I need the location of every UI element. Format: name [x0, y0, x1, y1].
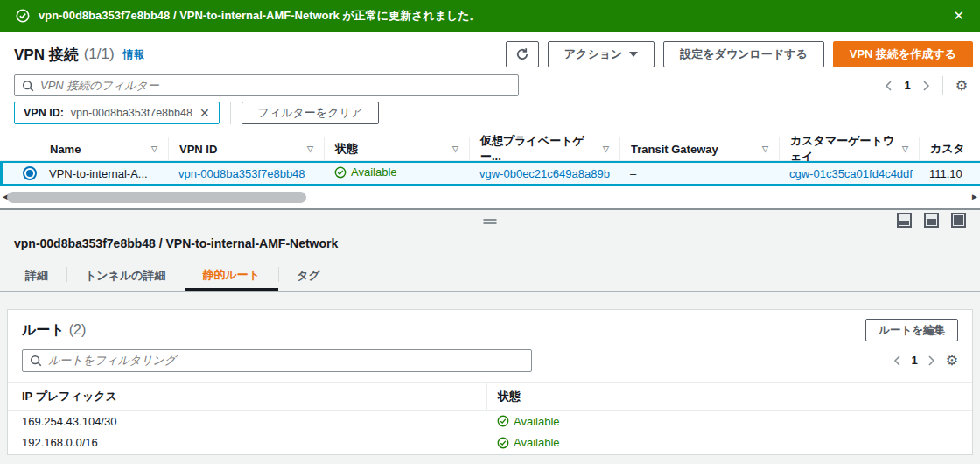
routes-card: ルート (2) ルートを編集 1 ⚙	[7, 309, 973, 455]
route-prefix: 169.254.43.104/30	[8, 415, 486, 428]
status-available-icon	[334, 166, 346, 179]
cell-customer-addr: 111.10	[919, 167, 980, 180]
routes-filter-box	[22, 349, 532, 372]
actions-button[interactable]: アクション	[548, 41, 655, 67]
filter-chip-remove-icon[interactable]: ✕	[200, 106, 210, 120]
panel-layout-buttons	[897, 213, 966, 228]
layout-bottom-half-icon[interactable]	[924, 213, 939, 228]
vpn-table-header: Name▽ VPN ID▽ 状態▽ 仮想プライベートゲー...▽ Transit…	[0, 137, 980, 161]
column-state[interactable]: 状態▽	[324, 137, 469, 160]
create-vpn-button[interactable]: VPN 接続を作成する	[833, 41, 973, 67]
routes-filter-row: 1 ⚙	[8, 348, 972, 372]
vpn-filter-box	[14, 74, 519, 96]
download-config-button[interactable]: 設定をダウンロードする	[663, 41, 823, 67]
panel-drag-handle-icon[interactable]	[484, 217, 497, 226]
column-state: 状態	[486, 383, 972, 410]
column-cgw[interactable]: カスタマーゲートウェイ▽	[779, 137, 919, 160]
sort-icon[interactable]: ▽	[895, 144, 908, 153]
page-number[interactable]: 1	[911, 354, 917, 367]
sort-icon[interactable]: ▽	[144, 144, 158, 153]
search-icon	[30, 355, 42, 367]
filter-chip-label: VPN ID:	[24, 107, 64, 119]
routes-table: IP プレフィックス 状態 169.254.43.104/30 Availabl…	[8, 382, 972, 453]
search-icon	[22, 80, 34, 92]
state-available: Available	[334, 165, 397, 179]
page-prev-icon[interactable]	[893, 355, 900, 366]
chevron-down-icon	[629, 52, 638, 57]
route-state: Available	[497, 415, 560, 428]
refresh-button[interactable]	[506, 41, 539, 67]
routes-count: (2)	[69, 322, 87, 338]
preferences-gear-icon[interactable]: ⚙	[956, 79, 968, 93]
routes-filter-input[interactable]	[48, 354, 524, 367]
column-tgw[interactable]: Transit Gateway▽	[620, 137, 779, 160]
tab-tunnel-details[interactable]: トンネルの詳細	[66, 261, 185, 291]
scrollbar-thumb[interactable]	[7, 192, 306, 203]
vpn-connections-section: VPN 接続 (1/1) 情報 アクション 設定をダウンロードする VPN 接続…	[0, 32, 980, 208]
page-title: VPN 接続	[14, 45, 79, 65]
vpn-id-link[interactable]: vpn-00d8ba353f7e8bb48	[178, 167, 305, 180]
clear-filters-button[interactable]: フィルターをクリア	[242, 102, 379, 124]
filter-chip: VPN ID: vpn-00d8ba353f7e8bb48 ✕	[14, 102, 220, 124]
status-available-icon	[497, 437, 509, 449]
cgw-link[interactable]: cgw-01c35ca01fd4c4ddf	[789, 167, 913, 180]
page-next-icon[interactable]	[928, 355, 935, 366]
cell-tgw: –	[620, 167, 779, 180]
banner-close-icon[interactable]: ✕	[953, 8, 964, 24]
column-name[interactable]: Name▽	[38, 137, 168, 160]
column-vgw[interactable]: 仮想プライベートゲー...▽	[469, 137, 620, 160]
success-banner: vpn-00d8ba353f7e8bb48 / VPN-to-internal-…	[0, 0, 980, 32]
page-count: (1/1)	[84, 46, 115, 63]
layout-bottom-small-icon[interactable]	[897, 213, 912, 228]
page-header: VPN 接続 (1/1) 情報 アクション 設定をダウンロードする VPN 接続…	[14, 40, 973, 68]
page-number[interactable]: 1	[904, 79, 910, 92]
banner-message: vpn-00d8ba353f7e8bb48 / VPN-to-internal-…	[38, 8, 481, 24]
layout-full-icon[interactable]	[951, 213, 966, 228]
tab-static-routes[interactable]: 静的ルート	[185, 261, 279, 291]
sort-icon[interactable]: ▽	[596, 144, 609, 153]
divider	[230, 102, 231, 124]
edit-routes-button[interactable]: ルートを編集	[865, 319, 958, 341]
scroll-right-icon[interactable]: ►	[970, 192, 979, 201]
status-available-icon	[497, 415, 509, 427]
routes-header: ルート (2) ルートを編集	[8, 310, 972, 348]
cell-name: VPN-to-internal-A...	[38, 167, 168, 180]
row-radio-selected[interactable]	[23, 166, 37, 180]
detail-title: vpn-00d8ba353f7e8bb48 / VPN-to-internal-…	[14, 236, 338, 250]
routes-pagination: 1 ⚙	[893, 354, 958, 368]
route-state: Available	[497, 436, 560, 449]
detail-tabs: 詳細 トンネルの詳細 静的ルート タグ	[0, 261, 980, 292]
sort-icon[interactable]: ▽	[300, 144, 313, 153]
filter-chip-value: vpn-00d8ba353f7e8bb48	[71, 107, 192, 119]
routes-table-header: IP プレフィックス 状態	[8, 382, 972, 411]
tab-details[interactable]: 詳細	[7, 261, 66, 291]
active-filters: VPN ID: vpn-00d8ba353f7e8bb48 ✕ フィルターをクリ…	[14, 102, 379, 124]
vpn-filter-input[interactable]	[40, 79, 511, 92]
page-prev-icon[interactable]	[885, 81, 892, 91]
vpn-pagination: 1 ⚙	[885, 74, 968, 96]
divider	[942, 76, 943, 95]
vgw-link[interactable]: vgw-0b0ec21c649a8a89b	[480, 167, 610, 180]
page-next-icon[interactable]	[923, 81, 930, 91]
preferences-gear-icon[interactable]: ⚙	[946, 354, 958, 368]
route-prefix: 192.168.0.0/16	[8, 436, 486, 449]
sort-icon[interactable]: ▽	[445, 144, 458, 153]
column-ip-prefix: IP プレフィックス	[8, 389, 486, 404]
routes-title: ルート	[22, 321, 65, 340]
vpn-table-row[interactable]: VPN-to-internal-A... vpn-00d8ba353f7e8bb…	[0, 161, 980, 186]
column-vpn-id[interactable]: VPN ID▽	[168, 137, 324, 160]
sort-icon[interactable]: ▽	[755, 144, 768, 153]
selection-bar	[0, 161, 4, 186]
horizontal-scrollbar[interactable]: ◄ ►	[0, 189, 980, 205]
route-row: 192.168.0.0/16 Available	[8, 432, 972, 453]
vpn-table: Name▽ VPN ID▽ 状態▽ 仮想プライベートゲー...▽ Transit…	[0, 137, 980, 186]
refresh-icon	[515, 47, 529, 61]
select-all-column	[0, 137, 38, 160]
column-customer[interactable]: カスタ	[919, 137, 980, 160]
success-check-icon	[16, 9, 30, 23]
tab-tags[interactable]: タグ	[278, 261, 339, 291]
detail-panel: vpn-00d8ba353f7e8bb48 / VPN-to-internal-…	[0, 210, 980, 464]
info-link[interactable]: 情報	[123, 47, 144, 62]
route-row: 169.254.43.104/30 Available	[8, 411, 972, 432]
